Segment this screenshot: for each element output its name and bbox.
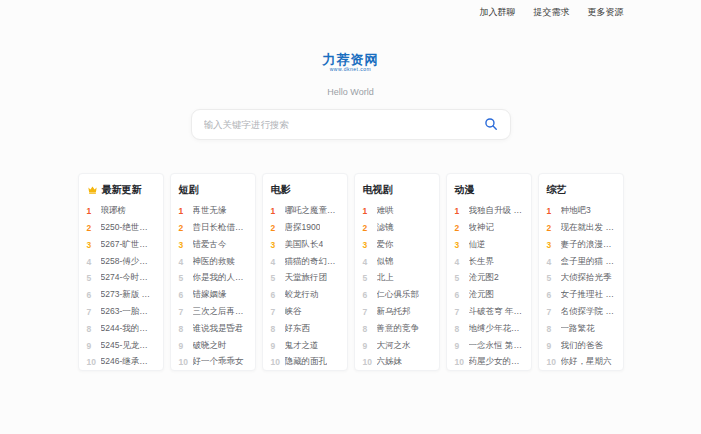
rank-title: 天堂旅行团 (285, 272, 328, 284)
rank-number: 7 (363, 307, 373, 317)
rank-number: 7 (455, 307, 465, 317)
rank-number: 4 (455, 257, 465, 267)
top-nav: 加入群聊 提交需求 更多资源 (78, 0, 624, 19)
rank-item[interactable]: 7新乌托邦 (363, 304, 431, 321)
rank-item[interactable]: 4神医的救赎 (179, 253, 247, 270)
rank-item[interactable]: 10六姊妹 (363, 354, 431, 371)
rank-item[interactable]: 9我们的爸爸 (547, 337, 615, 354)
rank-item[interactable]: 1琅琊榜 (87, 203, 155, 220)
rank-title: 我们的爸爸 (561, 340, 604, 352)
rank-item[interactable]: 75263-一胎双宝, ... (87, 304, 155, 321)
rank-item[interactable]: 10好一个乖乖女 (179, 354, 247, 371)
rank-item[interactable]: 1难哄 (363, 203, 431, 220)
rank-number: 1 (271, 206, 281, 216)
rank-list: 1我独自升级 第二季...2牧神记3仙逆4长生界5沧元图26沧元图7斗破苍穹 年… (455, 203, 523, 371)
rank-number: 6 (179, 290, 189, 300)
rank-title: 再世无缘 (193, 205, 227, 217)
rank-item[interactable]: 2唐探1900 (271, 220, 339, 237)
rank-item[interactable]: 1种地吧3 (547, 203, 615, 220)
rank-item[interactable]: 4猫猫的奇幻漂流 (271, 253, 339, 270)
rank-item[interactable]: 8善意的竞争 (363, 320, 431, 337)
rank-item[interactable]: 8地缚少年花子君 第... (455, 320, 523, 337)
rank-item[interactable]: 5天堂旅行团 (271, 270, 339, 287)
rank-item[interactable]: 3错爱古今 (179, 236, 247, 253)
ranking-card-短剧: 短剧 1再世无缘2昔日长枪借马归3错爱古今4神医的救赎5你是我的人间烟火6错嫁姻… (170, 173, 256, 371)
rank-item[interactable]: 6错嫁姻缘 (179, 287, 247, 304)
rank-item[interactable]: 3仙逆 (455, 236, 523, 253)
rank-item[interactable]: 6仁心俱乐部 (363, 287, 431, 304)
rank-item[interactable]: 10你好，星期六 (547, 354, 615, 371)
rank-item[interactable]: 9一念永恒 第三季 (455, 337, 523, 354)
rank-item[interactable]: 2现在就出发 第二季 (547, 220, 615, 237)
rank-item[interactable]: 6女子推理社 第二季 (547, 287, 615, 304)
rank-number: 4 (179, 257, 189, 267)
rank-item[interactable]: 4长生界 (455, 253, 523, 270)
rank-item[interactable]: 6沧元图 (455, 287, 523, 304)
rank-number: 10 (547, 357, 557, 367)
rank-item[interactable]: 1再世无缘 (179, 203, 247, 220)
nav-more-resources[interactable]: 更多资源 (588, 6, 624, 19)
rank-item[interactable]: 9破晓之时 (179, 337, 247, 354)
rank-item[interactable]: 3妻子的浪漫旅行20... (547, 236, 615, 253)
rank-item[interactable]: 7峡谷 (271, 304, 339, 321)
rank-item[interactable]: 10药屋少女的呢喃 ... (455, 354, 523, 371)
rank-item[interactable]: 4盒子里的猫 第二季 (547, 253, 615, 270)
page: 加入群聊 提交需求 更多资源 力荐资网 www.dknet.com Hello … (0, 0, 701, 434)
rank-item[interactable]: 55274-今时重逢不... (87, 270, 155, 287)
rank-item[interactable]: 105246-继承者的... (87, 354, 155, 371)
card-title: 电影 (271, 183, 291, 197)
rank-title: 北上 (377, 272, 394, 284)
rank-item[interactable]: 8谁说我是昏君 (179, 320, 247, 337)
rank-item[interactable]: 6蛟龙行动 (271, 287, 339, 304)
rank-item[interactable]: 95245-见龙卸甲 (... (87, 337, 155, 354)
rank-number: 9 (87, 341, 97, 351)
rank-number: 7 (87, 307, 97, 317)
search-bar[interactable] (191, 109, 511, 140)
rank-item[interactable]: 9鬼才之道 (271, 337, 339, 354)
rank-item[interactable]: 8好东西 (271, 320, 339, 337)
rank-item[interactable]: 5大侦探拾光季 (547, 270, 615, 287)
search-icon[interactable] (484, 117, 498, 131)
rank-item[interactable]: 8一路繁花 (547, 320, 615, 337)
rank-item[interactable]: 35267-旷世医仙(10... (87, 236, 155, 253)
rank-title: 沧元图 (469, 289, 495, 301)
rank-number: 3 (271, 240, 281, 250)
rank-number: 8 (363, 324, 373, 334)
rank-item[interactable]: 85244-我的弟子全... (87, 320, 155, 337)
rank-title: 好一个乖乖女 (193, 356, 244, 368)
rank-item[interactable]: 9大河之水 (363, 337, 431, 354)
rank-number: 6 (87, 290, 97, 300)
rank-item[interactable]: 4似锦 (363, 253, 431, 270)
rank-item[interactable]: 1我独自升级 第二季... (455, 203, 523, 220)
rank-number: 6 (455, 290, 465, 300)
rank-item[interactable]: 10隐藏的面孔 (271, 354, 339, 371)
rank-title: 破晓之时 (193, 340, 227, 352)
rank-item[interactable]: 5你是我的人间烟火 (179, 270, 247, 287)
nav-submit-request[interactable]: 提交需求 (534, 6, 570, 19)
rank-item[interactable]: 1哪吒之魔童闹海 (271, 203, 339, 220)
rank-item[interactable]: 7三次之后再也不见 (179, 304, 247, 321)
rank-item[interactable]: 2滤镜 (363, 220, 431, 237)
rank-item[interactable]: 7名侦探学院 第八季 (547, 304, 615, 321)
search-input[interactable] (204, 119, 484, 130)
rank-item[interactable]: 7斗破苍穹 年番3 (455, 304, 523, 321)
rank-item[interactable]: 5北上 (363, 270, 431, 287)
rank-title: 琅琊榜 (101, 205, 127, 217)
site-logo[interactable]: 力荐资网 www.dknet.com (78, 53, 624, 73)
rank-item[interactable]: 45258-傅少求求你... (87, 253, 155, 270)
rank-item[interactable]: 2牧神记 (455, 220, 523, 237)
rank-number: 8 (179, 324, 189, 334)
rank-number: 6 (547, 290, 557, 300)
rank-item[interactable]: 65273-新版 我被困... (87, 287, 155, 304)
rank-title: 难哄 (377, 205, 394, 217)
rank-item[interactable]: 3美国队长4 (271, 236, 339, 253)
rank-item[interactable]: 25250-绝世龙尊 (... (87, 220, 155, 237)
nav-join-group[interactable]: 加入群聊 (480, 6, 516, 19)
rank-item[interactable]: 5沧元图2 (455, 270, 523, 287)
rank-item[interactable]: 3爱你 (363, 236, 431, 253)
rank-number: 3 (547, 240, 557, 250)
rank-title: 善意的竞争 (377, 323, 420, 335)
rank-number: 2 (87, 223, 97, 233)
rank-item[interactable]: 2昔日长枪借马归 (179, 220, 247, 237)
rank-number: 5 (455, 273, 465, 283)
